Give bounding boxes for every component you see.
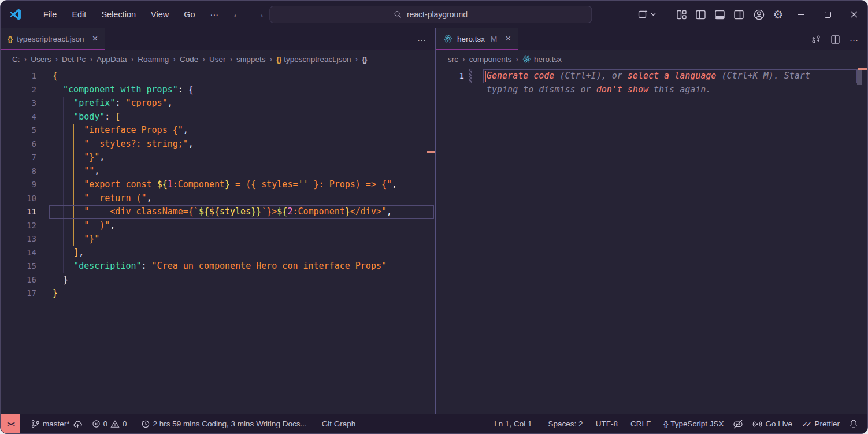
chat-sparkle-dropdown[interactable] <box>637 9 656 20</box>
breadcrumb-item[interactable]: Users <box>31 55 51 64</box>
account-icon[interactable] <box>750 1 769 28</box>
breadcrumb-item[interactable]: {}typescriptreact.json <box>276 55 351 64</box>
menu-item-go[interactable]: Go <box>176 7 202 22</box>
clock-icon <box>141 420 150 429</box>
code-line[interactable]: "}" <box>53 232 99 246</box>
code-editor-tsx[interactable]: 1 Generate code (Ctrl+I), or select a la… <box>436 68 867 414</box>
inline-chat-hint-text: typing to dismiss or don't show this aga… <box>487 83 711 97</box>
double-check-icon: ✓✓ <box>802 420 809 429</box>
code-line[interactable]: } <box>53 273 68 287</box>
menu-item-file[interactable]: File <box>36 7 64 22</box>
prettier-item[interactable]: ✓✓ Prettier <box>797 414 844 433</box>
breadcrumb-item[interactable]: Roaming <box>138 55 169 64</box>
line-number: 16 <box>1 273 36 287</box>
breadcrumb-separator-icon: › <box>515 54 518 64</box>
menu-item-view[interactable]: View <box>143 7 176 22</box>
breadcrumb-item[interactable]: snippets <box>236 55 265 64</box>
command-center-search[interactable]: react-playground <box>269 6 592 23</box>
encoding-item[interactable]: UTF-8 <box>591 414 622 433</box>
breadcrumb-item[interactable]: {} <box>362 55 367 64</box>
forward-arrow-icon[interactable]: → <box>254 8 265 21</box>
breadcrumb-item[interactable]: Det-Pc <box>62 55 86 64</box>
overview-ruler-mark <box>858 68 867 70</box>
copilot-item[interactable] <box>728 414 748 433</box>
breadcrumb-separator-icon: › <box>55 54 58 64</box>
code-editor-json[interactable]: 1234567891011121314151617 { "component w… <box>1 68 435 414</box>
line-number: 6 <box>1 138 36 151</box>
breadcrumb-separator-icon: › <box>24 54 27 64</box>
git-branch-item[interactable]: master* <box>26 414 87 433</box>
code-line[interactable]: " styles?: string;", <box>53 138 194 151</box>
indentation-item[interactable]: Spaces: 2 <box>544 414 588 433</box>
code-line[interactable]: "export const ${1:Component} = ({ styles… <box>53 178 397 192</box>
go-live-item[interactable]: Go Live <box>748 414 797 433</box>
toggle-secondary-sidebar-icon[interactable] <box>729 1 748 28</box>
code-line[interactable]: "description": "Crea un componente Hero … <box>53 259 387 273</box>
menu-item-[interactable]: ··· <box>203 7 227 22</box>
back-arrow-icon[interactable]: ← <box>232 8 243 21</box>
code-line[interactable]: { <box>53 69 58 83</box>
maximize-button[interactable] <box>814 1 841 28</box>
tab-close-icon[interactable]: × <box>92 33 98 44</box>
minimize-button[interactable] <box>788 1 814 28</box>
split-editor-icon[interactable] <box>830 35 840 44</box>
time-tracker-item[interactable]: 2 hrs 59 mins Coding, 3 mins Writing Doc… <box>136 414 311 433</box>
hint-link[interactable]: don't show <box>596 84 648 95</box>
broadcast-icon <box>752 419 762 429</box>
more-actions-icon[interactable]: ··· <box>850 35 858 44</box>
breadcrumb-item[interactable]: src <box>448 55 458 64</box>
open-changes-icon[interactable] <box>811 34 821 44</box>
git-graph-item[interactable]: Git Graph <box>317 414 361 433</box>
code-line[interactable]: "interface Props {", <box>53 124 188 138</box>
menu-item-selection[interactable]: Selection <box>94 7 143 22</box>
settings-gear-icon[interactable]: ⚙ <box>769 1 788 28</box>
remote-icon: >< <box>7 420 14 428</box>
code-line[interactable]: " )", <box>53 219 115 233</box>
code-line[interactable]: "component with props": { <box>53 83 194 97</box>
close-button[interactable] <box>841 1 867 28</box>
vscode-window: FileEditSelectionViewGo··· ← → react-pla… <box>0 0 868 434</box>
breadcrumb-separator-icon: › <box>355 54 358 64</box>
hint-link[interactable]: select a language <box>628 71 717 81</box>
line-number: 4 <box>1 110 36 124</box>
hint-link[interactable]: Generate code <box>487 71 554 81</box>
inline-chat-hint-text: Generate code (Ctrl+I), or select a lang… <box>487 69 810 83</box>
remote-indicator[interactable]: >< <box>1 414 20 433</box>
notifications-item[interactable] <box>844 414 863 433</box>
breadcrumb: src›components›hero.tsx <box>436 50 867 68</box>
breadcrumb-item[interactable]: components <box>469 55 512 64</box>
breadcrumb-item[interactable]: hero.tsx <box>522 55 562 64</box>
tab-typescriptreact-json[interactable]: {} typescriptreact.json × <box>1 28 105 50</box>
eol-item[interactable]: CRLF <box>626 414 655 433</box>
code-line[interactable]: " <div className={`${${styles}}`}>${2:Co… <box>53 205 392 219</box>
code-line[interactable]: } <box>53 287 58 301</box>
chevron-down-icon <box>651 13 656 16</box>
more-actions-icon[interactable]: ··· <box>417 35 426 44</box>
braces-icon: {} <box>663 420 667 428</box>
breadcrumb-item[interactable]: User <box>209 55 226 64</box>
customize-layout-icon[interactable] <box>672 1 691 28</box>
line-number: 5 <box>1 124 36 138</box>
toggle-sidebar-icon[interactable] <box>691 1 710 28</box>
code-line[interactable]: "prefix": "cprops", <box>53 97 173 110</box>
breadcrumb-item[interactable]: AppData <box>97 55 127 64</box>
code-line[interactable]: "", <box>53 165 99 179</box>
scrollbar-slider[interactable] <box>857 69 862 85</box>
line-number: 13 <box>1 232 36 246</box>
tab-hero-tsx[interactable]: hero.tsx M × <box>436 28 518 50</box>
cursor-position-item[interactable]: Ln 1, Col 1 <box>489 414 536 433</box>
code-line[interactable]: " return (", <box>53 192 152 206</box>
code-line[interactable]: "}", <box>53 151 105 165</box>
breadcrumb-item[interactable]: C: <box>12 55 20 64</box>
breadcrumb-separator-icon: › <box>173 54 176 64</box>
code-line[interactable]: "body": [ <box>53 110 120 124</box>
tab-close-icon[interactable]: × <box>505 33 511 44</box>
breadcrumb-item[interactable]: Code <box>180 55 198 64</box>
problems-item[interactable]: 0 0 <box>87 414 132 433</box>
vscode-logo-icon <box>9 8 22 21</box>
toggle-panel-icon[interactable] <box>710 1 729 28</box>
code-line[interactable]: ], <box>53 246 84 260</box>
menu-item-edit[interactable]: Edit <box>64 7 94 22</box>
language-mode-item[interactable]: {} TypeScript JSX <box>659 414 728 433</box>
breadcrumb-separator-icon: › <box>90 54 92 64</box>
